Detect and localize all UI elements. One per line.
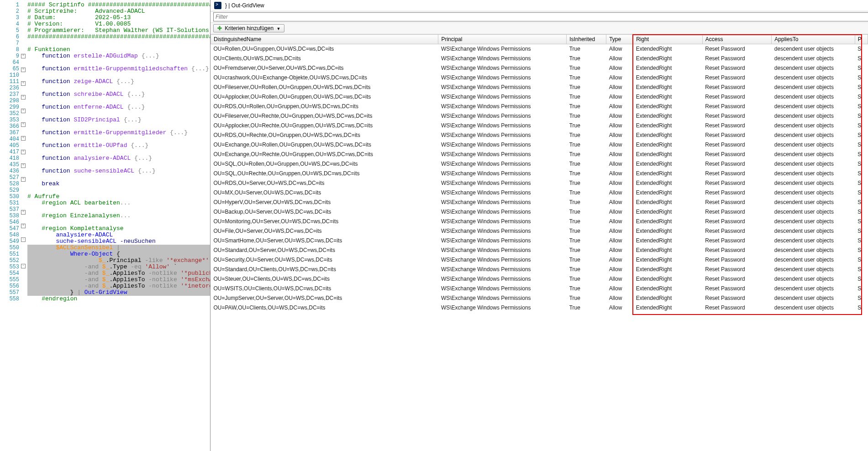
code-line[interactable]: function zeige-ADACL {...} <box>27 79 210 85</box>
fold-toggle[interactable]: + <box>21 163 26 168</box>
fold-toggle[interactable]: + <box>21 81 26 86</box>
code-line[interactable] <box>27 123 210 130</box>
code-line[interactable] <box>27 85 210 91</box>
add-criteria-button[interactable]: ✚ Kriterien hinzufügen ▼ <box>213 24 284 32</box>
code-line[interactable] <box>27 149 210 155</box>
fold-toggle[interactable]: + <box>21 136 26 141</box>
code-line[interactable]: ##### Scriptinfo #######################… <box>27 2 210 8</box>
fold-toggle[interactable]: + <box>21 95 26 100</box>
code-line[interactable]: #endregion <box>27 296 210 302</box>
code-line[interactable] <box>27 59 210 66</box>
table-row[interactable]: OU=Fileserver,OU=Rollen,OU=Gruppen,OU=WS… <box>211 83 868 92</box>
code-line[interactable] <box>27 98 210 104</box>
table-row[interactable]: OU=PAW,OU=Clients,OU=WS,DC=ws,DC=itsWS\E… <box>211 303 868 313</box>
code-line[interactable]: Where-Object { <box>27 251 210 257</box>
table-row[interactable]: OU=SmartHome,OU=Server,OU=WS,DC=ws,DC=it… <box>211 236 868 246</box>
code-line[interactable]: #region Komplettanalyse <box>27 226 210 232</box>
table-row[interactable]: OU=SQL,OU=Rechte,OU=Gruppen,OU=WS,DC=ws,… <box>211 169 868 178</box>
code-line[interactable] <box>27 72 210 79</box>
table-row[interactable]: OU=SQL,OU=Rollen,OU=Gruppen,OU=WS,DC=ws,… <box>211 159 868 169</box>
code-line[interactable]: $_.Principal -like '*exchange*' ` <box>27 257 210 264</box>
code-line[interactable]: -and $_.Type -eq 'Allow' ` <box>27 264 210 270</box>
code-line[interactable]: function suche-sensibleACL {...} <box>27 168 210 174</box>
code-line[interactable]: function ermittle-Gruppenmitglieder {...… <box>27 130 210 136</box>
code-line[interactable]: $ACLScanSensibel | <box>27 245 210 251</box>
fold-toggle[interactable]: - <box>21 237 26 242</box>
fold-toggle[interactable]: + <box>21 224 26 228</box>
code-line[interactable]: # Datum: 2022-05-13 <box>27 15 210 21</box>
code-line[interactable]: function ermittle-Gruppenmitgliedschafte… <box>27 66 210 72</box>
code-line[interactable]: function schreibe-ADACL {...} <box>27 91 210 98</box>
table-row[interactable]: OU=MX,OU=Server,OU=WS,DC=ws,DC=itsWS\Exc… <box>211 188 868 198</box>
code-line[interactable]: # Funktionen <box>27 47 210 53</box>
fold-toggle[interactable]: + <box>21 150 26 154</box>
code-line[interactable]: # Version: V1.00.0085 <box>27 21 210 27</box>
table-row[interactable]: OU=WSITS,OU=Clients,OU=WS,DC=ws,DC=itsWS… <box>211 284 868 294</box>
code-line[interactable] <box>27 206 210 213</box>
code-line[interactable]: function entferne-ADACL {...} <box>27 104 210 110</box>
fold-toggle[interactable]: + <box>21 210 26 215</box>
code-line[interactable] <box>27 110 210 117</box>
column-header-p[interactable]: P <box>855 35 868 44</box>
code-line[interactable]: analysiere-ADACL <box>27 232 210 238</box>
column-header-right[interactable]: Right <box>633 35 703 44</box>
code-line[interactable]: -and $_.AppliesTo -notlike '*publicF <box>27 270 210 277</box>
table-row[interactable]: OU=Applocker,OU=Rechte,OU=Gruppen,OU=WS,… <box>211 121 868 131</box>
column-header-principal[interactable]: Principal <box>438 35 567 44</box>
fold-toggle[interactable]: + <box>21 122 26 127</box>
grid-scroll-area[interactable]: DistinguishedNamePrincipalIsInheritedTyp… <box>210 34 868 451</box>
code-line[interactable] <box>27 136 210 142</box>
code-line[interactable]: -and $_.AppliesTo -notlike '*msExchA <box>27 277 210 283</box>
column-header-appliesto[interactable]: AppliesTo <box>772 35 855 44</box>
table-row[interactable]: OU=RDS,OU=Rollen,OU=Gruppen,OU=WS,DC=ws,… <box>211 102 868 111</box>
table-row[interactable]: OU=Security,OU=Server,OU=WS,DC=ws,DC=its… <box>211 255 868 265</box>
table-row[interactable]: OU=RDS,OU=Server,OU=WS,DC=ws,DC=itsWS\Ex… <box>211 178 868 188</box>
table-row[interactable]: OU=crashwork,OU=Exchange-Objekte,OU=WS,D… <box>211 73 868 83</box>
code-line[interactable]: function ermittle-OUPfad {...} <box>27 142 210 149</box>
code-line[interactable]: -and $_.AppliesTo -notlike '*inetorg <box>27 283 210 289</box>
code-line[interactable] <box>27 187 210 194</box>
code-line[interactable]: function erstelle-ADGuidMap {...} <box>27 53 210 59</box>
table-row[interactable]: OU=Standard,OU=Server,OU=WS,DC=ws,DC=its… <box>211 246 868 255</box>
table-row[interactable]: OU=Fremdserver,OU=Server,OU=WS,DC=ws,DC=… <box>211 63 868 73</box>
table-row[interactable]: OU=File,OU=Server,OU=WS,DC=ws,DC=itsWS\E… <box>211 226 868 236</box>
code-line[interactable]: } | Out-GridView <box>27 289 210 296</box>
fold-toggle[interactable]: + <box>21 68 26 72</box>
column-header-isinherited[interactable]: IsInherited <box>567 35 606 44</box>
filter-input[interactable] <box>213 12 868 21</box>
table-row[interactable]: OU=Rollen,OU=Gruppen,OU=WS,DC=ws,DC=itsW… <box>211 44 868 54</box>
fold-toggle[interactable]: + <box>21 54 26 58</box>
code-line[interactable] <box>27 219 210 226</box>
column-header-access[interactable]: Access <box>702 35 772 44</box>
code-line[interactable]: # Scriptreihe: Advanced-ADACL <box>27 8 210 15</box>
code-line[interactable]: function analysiere-ADACL {...} <box>27 155 210 162</box>
code-line[interactable]: suche-sensibleACL -neuSuchen <box>27 238 210 245</box>
code-line[interactable]: # Aufrufe <box>27 194 210 200</box>
table-row[interactable]: OU=Clients,OU=WS,DC=ws,DC=itsWS\Exchange… <box>211 54 868 63</box>
code-line[interactable]: function SID2Principal {...} <box>27 117 210 123</box>
code-line[interactable]: #region ACL bearbeiten... <box>27 200 210 206</box>
fold-toggle[interactable]: + <box>21 177 26 182</box>
code-line[interactable]: #region Einzelanalysen... <box>27 213 210 219</box>
table-row[interactable]: OU=Exchange,OU=Rechte,OU=Gruppen,OU=WS,D… <box>211 150 868 159</box>
column-header-type[interactable]: Type <box>606 35 633 44</box>
table-row[interactable]: OU=Steuer,OU=Clients,OU=WS,DC=ws,DC=itsW… <box>211 274 868 284</box>
table-row[interactable]: OU=RDS,OU=Rechte,OU=Gruppen,OU=WS,DC=ws,… <box>211 131 868 140</box>
code-line[interactable]: break <box>27 181 210 187</box>
table-row[interactable]: OU=Monitoring,OU=Server,OU=WS,DC=ws,DC=i… <box>211 217 868 226</box>
table-row[interactable]: OU=Applocker,OU=Rollen,OU=Gruppen,OU=WS,… <box>211 92 868 102</box>
table-row[interactable]: OU=Standard,OU=Clients,OU=WS,DC=ws,DC=it… <box>211 265 868 274</box>
table-row[interactable]: OU=HyperV,OU=Server,OU=WS,DC=ws,DC=itsWS… <box>211 198 868 207</box>
code-line[interactable] <box>27 162 210 168</box>
fold-toggle[interactable]: + <box>21 109 26 113</box>
window-titlebar[interactable]: } | Out-GridView <box>210 0 868 11</box>
code-line[interactable] <box>27 174 210 181</box>
code-editor[interactable]: 1234567896465110111236237298299352353366… <box>0 0 210 451</box>
table-row[interactable]: OU=JumpServer,OU=Server,OU=WS,DC=ws,DC=i… <box>211 294 868 303</box>
column-header-distinguishedname[interactable]: DistinguishedName <box>211 35 438 44</box>
table-row[interactable]: OU=Backup,OU=Server,OU=WS,DC=ws,DC=itsWS… <box>211 207 868 217</box>
code-line[interactable] <box>27 40 210 47</box>
table-row[interactable]: OU=Fileserver,OU=Rechte,OU=Gruppen,OU=WS… <box>211 111 868 121</box>
fold-toggle[interactable]: - <box>21 264 26 268</box>
code-line[interactable]: ########################################… <box>27 34 210 40</box>
